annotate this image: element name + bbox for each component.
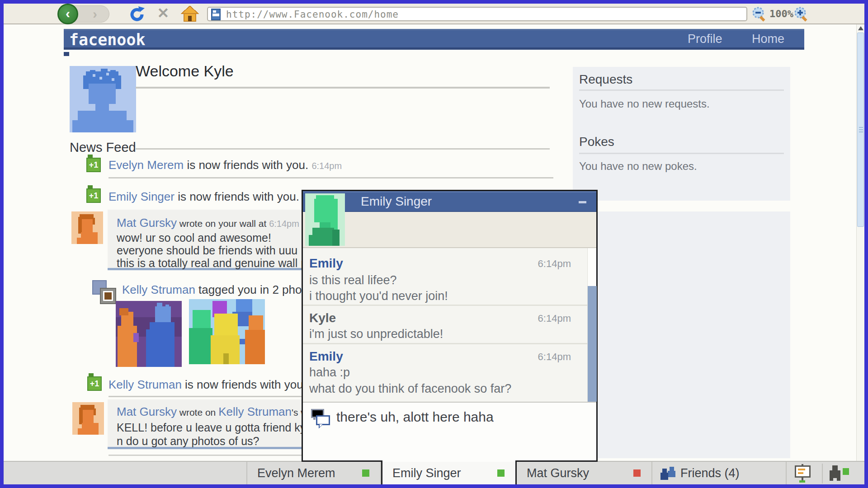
profile-avatar[interactable]: [70, 66, 136, 132]
zoom-in-button[interactable]: [794, 6, 810, 24]
divider: [108, 177, 553, 178]
stop-button[interactable]: ✕: [155, 5, 172, 22]
profile-link[interactable]: Mat Gursky: [117, 405, 177, 418]
message-time: 6:14pm: [538, 351, 571, 363]
chat-tab-emily-singer[interactable]: Emily Singer: [381, 462, 517, 484]
pokes-title: Pokes: [579, 135, 614, 149]
chat-header-strip: [303, 212, 596, 248]
news-feed-title: News Feed: [70, 140, 136, 155]
profile-link[interactable]: Kelly Struman: [122, 283, 195, 296]
message-line: i'm just so unpredictable!: [309, 327, 443, 341]
chat-scrollbar[interactable]: [587, 248, 596, 402]
scrollbar-up-arrow-icon[interactable]: [858, 26, 863, 30]
wall-post-line: n do u got any photos of us?: [117, 435, 259, 448]
friend-added-icon: +1: [86, 188, 101, 203]
chat-titlebar[interactable]: Emily Singer: [303, 191, 596, 212]
whiteboard-icon[interactable]: [793, 464, 812, 485]
wall-post-line: this is a totally real and genuine wall …: [117, 257, 322, 270]
page-title: Welcome Kyle: [136, 62, 234, 80]
facenook-logo[interactable]: facenook: [69, 31, 146, 49]
profile-link[interactable]: Emily Singer: [108, 190, 175, 203]
profile-link[interactable]: Evelyn Merem: [108, 158, 184, 172]
message-line: what do you think of facenook so far?: [309, 382, 511, 396]
wall-post-line: wow! ur so cool and awesome!: [117, 231, 271, 244]
chat-input-area[interactable]: there's uh, alott here haha: [303, 402, 596, 462]
scrollbar-thumb[interactable]: [857, 33, 864, 227]
refresh-button[interactable]: [128, 5, 146, 23]
zoom-out-icon: [752, 6, 768, 23]
home-button[interactable]: [181, 6, 199, 22]
chat-message: Emily 6:14pm haha :p what do you think o…: [303, 346, 587, 402]
chat-tab-mat-gursky[interactable]: Mat Gursky: [517, 462, 652, 484]
sender-name: Kyle: [309, 311, 336, 325]
user-status-icon[interactable]: [827, 465, 850, 484]
timestamp: 6:14pm: [311, 161, 342, 171]
tagged-photo-1[interactable]: [115, 301, 182, 369]
sender-name: Emily: [309, 256, 343, 271]
friends-icon: [660, 466, 677, 483]
minimize-button[interactable]: [579, 201, 586, 203]
photo-1-image: [115, 301, 182, 367]
chat-message-list: Emily 6:14pm is this real lifee? i thoug…: [303, 248, 596, 402]
back-icon: ‹: [66, 6, 70, 21]
friends-label: Friends (4): [680, 466, 740, 480]
profile-link[interactable]: Mat Gursky: [117, 216, 177, 230]
tagged-photo-2[interactable]: [189, 299, 265, 366]
divider: [136, 148, 550, 150]
chat-window-emily-singer: Emily Singer Emily 6:14pm is this real l…: [302, 190, 598, 462]
header-shadow-notch: [64, 52, 69, 56]
message-line: i thought you'd never join!: [309, 289, 448, 303]
wall-post-line: KELL! before u leave u gotta friend kyle…: [117, 421, 318, 434]
stop-icon: ✕: [157, 5, 170, 21]
mat-gursky-avatar[interactable]: [71, 211, 103, 246]
friends-list-button[interactable]: Friends (4): [652, 462, 787, 484]
emily-avatar-image: [305, 193, 345, 246]
url-bar[interactable]: http://www.Facenook.com/home: [207, 7, 747, 21]
scrollbar-grip: [859, 129, 863, 130]
kyle-avatar-image: [70, 66, 136, 132]
online-status-indicator: [497, 469, 505, 477]
back-button[interactable]: ‹: [57, 4, 78, 24]
message-time: 6:14pm: [538, 313, 571, 324]
zoom-out-button[interactable]: [752, 6, 768, 24]
chat-tab-label: Emily Singer: [392, 466, 461, 480]
requests-pokes-panel: Requests You have no new requests. Pokes…: [573, 67, 790, 201]
requests-empty-text: You have no new requests.: [579, 98, 710, 110]
chat-tab-label: Mat Gursky: [527, 466, 589, 480]
facenook-header: facenook Profile Home: [64, 29, 804, 50]
page-icon: [211, 9, 221, 20]
url-text: http://www.Facenook.com/home: [226, 9, 399, 20]
chat-message: Kyle 6:14pm i'm just so unpredictable!: [303, 307, 587, 344]
refresh-icon: [128, 5, 146, 23]
nav-profile[interactable]: Profile: [688, 32, 722, 46]
photo-tag-icon: [92, 280, 118, 307]
forward-button[interactable]: ›: [87, 7, 103, 22]
browser-toolbar: ‹ › ✕ http://www.Facenook.com/home: [4, 4, 864, 24]
chat-message: Emily 6:14pm is this real lifee? i thoug…: [303, 248, 587, 306]
page-scrollbar[interactable]: [856, 24, 864, 461]
divider: [579, 89, 784, 91]
busy-status-indicator: [633, 469, 641, 477]
chat-tab-evelyn-merem[interactable]: Evelyn Merem: [246, 462, 381, 484]
emily-avatar: [305, 193, 345, 248]
photo-2-image: [189, 299, 265, 364]
sender-name: Emily: [309, 349, 343, 364]
pokes-empty-text: You have no new pokes.: [579, 160, 697, 173]
divider: [579, 153, 784, 154]
profile-link[interactable]: Kelly Struman: [108, 378, 182, 391]
message-line: haha :p: [309, 366, 350, 380]
feed-item-friend: Evelyn Merem is now friends with you. 6:…: [108, 158, 342, 172]
nav-home[interactable]: Home: [752, 32, 784, 46]
divider: [822, 464, 823, 483]
message-time: 6:14pm: [538, 258, 571, 270]
chat-window-border: [302, 460, 382, 462]
zoom-level: 100%: [769, 8, 793, 19]
friend-added-icon: +1: [87, 376, 102, 391]
chat-input-text[interactable]: there's uh, alott here haha: [336, 409, 494, 425]
feed-item-friend: Emily Singer is now friends with you. 6:…: [108, 190, 333, 204]
mat-gursky-avatar[interactable]: [72, 402, 104, 436]
timestamp: 6:14pm: [269, 219, 299, 229]
profile-link[interactable]: Kelly Struman: [218, 405, 292, 418]
chat-scrollbar-thumb[interactable]: [588, 286, 597, 402]
home-icon: [181, 6, 199, 22]
